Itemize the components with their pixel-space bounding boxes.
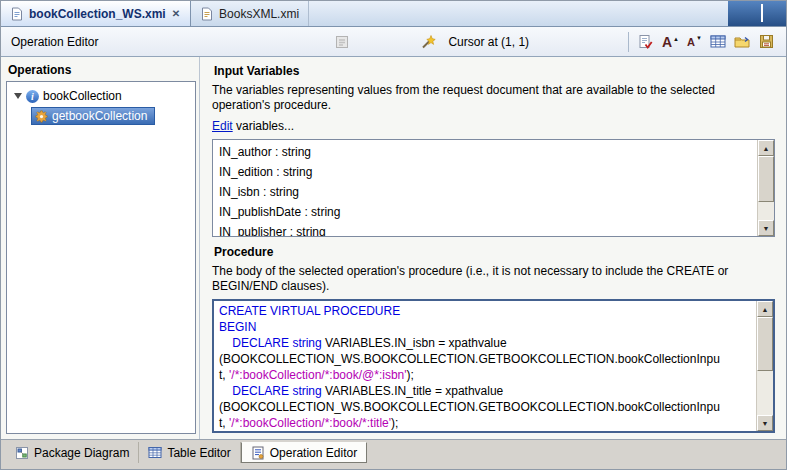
font-increase-icon: A▲ [662,34,678,50]
scroll-down-button[interactable]: ▼ [758,220,774,236]
tab-package-diagram[interactable]: Package Diagram [6,442,139,463]
font-increase-button[interactable]: A▲ [658,31,682,53]
tab-label: Operation Editor [270,446,357,460]
maximize-button[interactable] [761,7,763,21]
tab-label: Table Editor [167,446,230,460]
validate-icon [638,34,654,50]
xmi-file-icon [10,7,24,21]
disabled-action-button[interactable] [330,31,354,53]
edit-variables-line: Edit variables... [212,119,775,133]
open-folder-button[interactable] [730,31,754,53]
edit-variables-suffix: variables... [233,119,294,133]
code-line: DECLARE string VARIABLES.IN_title = xpat… [219,383,751,399]
tab-label: bookCollection_WS.xmi [29,7,166,21]
variable-list-item[interactable]: IN_author : string [214,142,754,162]
close-icon[interactable]: ✕ [171,8,181,19]
operations-header: Operations [6,62,196,81]
xmi-file-icon [200,7,214,21]
editor-detail-panel: Input Variables The variables representi… [200,57,786,439]
open-folder-icon [734,35,750,49]
tree-expander-icon[interactable] [14,93,22,99]
toolbar-title: Operation Editor [11,35,98,49]
code-line: DECLARE string VARIABLES.IN_isbn = xpath… [219,335,751,351]
table-button[interactable] [706,31,730,53]
tab-table-editor[interactable]: Table Editor [139,442,240,463]
code-line: DECLARE string VARIABLES.IN_subtitle = x… [219,431,751,433]
font-decrease-button[interactable]: A▼ [682,31,706,53]
tree-item-label: bookCollection [43,89,122,103]
tab-booksxml[interactable]: BooksXML.xmi [191,1,309,26]
validate-button[interactable] [634,31,658,53]
operations-tree[interactable]: i bookCollection getbookCollection [6,81,196,434]
input-variables-list[interactable]: ▲ ▼ IN_author : stringIN_edition : strin… [212,139,775,237]
gear-icon [35,110,48,123]
variable-list-item[interactable]: IN_edition : string [214,162,754,182]
variable-list-item[interactable]: IN_publishDate : string [214,202,754,222]
procedure-scrollbar[interactable]: ▲ ▼ [756,301,773,431]
tab-label: BooksXML.xmi [219,7,299,21]
toolbar-separator [628,32,629,52]
procedure-description: The body of the selected operation's pro… [212,264,775,294]
operation-editor-toolbar: Operation Editor Cursor at (1, 1) A▲ A▼ [1,27,786,57]
maximize-icon [761,4,763,22]
variable-list-item[interactable]: IN_isbn : string [214,182,754,202]
cursor-position-status: Cursor at (1, 1) [448,35,529,49]
table-editor-icon [148,446,162,459]
tree-item-bookcollection[interactable]: i bookCollection [7,86,195,106]
font-decrease-icon: A▼ [687,36,701,48]
input-variables-description: The variables representing values from t… [212,83,775,113]
tab-bookcollection-ws[interactable]: bookCollection_WS.xmi ✕ [1,1,191,26]
code-line: CREATE VIRTUAL PROCEDURE [219,303,751,319]
package-diagram-icon [15,446,29,460]
scrollbar-thumb[interactable] [757,317,773,371]
save-button[interactable] [754,31,778,53]
wand-icon [420,34,436,50]
variable-list-item[interactable]: IN_publisher : string [214,222,754,237]
variables-scrollbar[interactable]: ▲ ▼ [757,140,774,236]
procedure-code[interactable]: ▲ ▼ CREATE VIRTUAL PROCEDUREBEGIN DECLAR… [212,299,775,433]
view-window-controls [728,1,786,26]
scroll-up-button[interactable]: ▲ [757,301,773,317]
code-line: (BOOKCOLLECTION_WS.BOOKCOLLECTION.GETBOO… [219,351,751,367]
tab-label: Package Diagram [34,446,129,460]
editor-tab-bar: bookCollection_WS.xmi ✕ BooksXML.xmi [1,1,786,27]
main-area: Operations i bookCollection getbookColle… [1,57,786,439]
procedure-header: Procedure [212,244,775,263]
code-line: (BOOKCOLLECTION_WS.BOOKCOLLECTION.GETBOO… [219,399,751,415]
tree-item-label: getbookCollection [52,109,147,123]
selected-tree-row[interactable]: getbookCollection [31,107,155,125]
scroll-down-button[interactable]: ▼ [757,415,773,431]
scroll-up-button[interactable]: ▲ [758,140,774,156]
edit-variables-link[interactable]: Edit [212,119,233,133]
scrollbar-thumb[interactable] [758,156,774,202]
interface-info-icon: i [26,90,39,103]
operation-editor-icon [251,446,265,460]
window-bottom-edge [1,463,786,469]
save-icon [759,34,774,49]
code-line: t, '/*:bookCollection/*:book/*:title'); [219,415,751,431]
disabled-action-icon [334,34,350,50]
table-icon [710,34,726,49]
tab-operation-editor[interactable]: Operation Editor [241,442,367,463]
input-variables-header: Input Variables [212,63,775,82]
code-line: BEGIN [219,319,751,335]
wand-button[interactable] [416,31,440,53]
code-line: t, '/*:bookCollection/*:book/@*:isbn'); [219,367,751,383]
bottom-tab-bar: Package Diagram Table Editor Operation E… [1,439,786,463]
tree-item-getbookcollection[interactable]: getbookCollection [7,106,195,126]
editor-window: bookCollection_WS.xmi ✕ BooksXML.xmi Ope… [0,0,787,470]
operations-panel: Operations i bookCollection getbookColle… [1,57,200,439]
